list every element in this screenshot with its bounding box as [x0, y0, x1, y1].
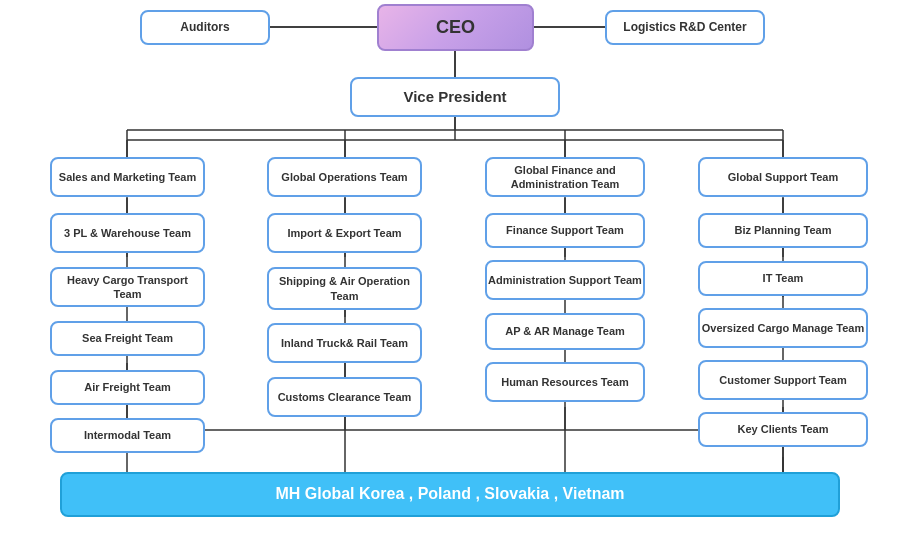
team4-5-node: Key Clients Team: [698, 412, 868, 447]
team2-3-node: Inland Truck& Rail Team: [267, 323, 422, 363]
team3-2-node: Administration Support Team: [485, 260, 645, 300]
team2-4-node: Customs Clearance Team: [267, 377, 422, 417]
ceo-node: CEO: [377, 4, 534, 51]
team3-3-node: AP & AR Manage Team: [485, 313, 645, 350]
dept3-node: Global Finance and Administration Team: [485, 157, 645, 197]
auditors-node: Auditors: [140, 10, 270, 45]
team4-2-node: IT Team: [698, 261, 868, 296]
team2-2-node: Shipping & Air Operation Team: [267, 267, 422, 310]
team2-1-node: Import & Export Team: [267, 213, 422, 253]
team3-4-node: Human Resources Team: [485, 362, 645, 402]
team3-1-node: Finance Support Team: [485, 213, 645, 248]
team4-3-node: Oversized Cargo Manage Team: [698, 308, 868, 348]
team1-2-node: Heavy Cargo Transport Team: [50, 267, 205, 307]
org-chart: CEO Auditors Logistics R&D Center Vice P…: [0, 0, 903, 25]
dept4-node: Global Support Team: [698, 157, 868, 197]
dept1-node: Sales and Marketing Team: [50, 157, 205, 197]
vp-node: Vice President: [350, 77, 560, 117]
team1-5-node: Intermodal Team: [50, 418, 205, 453]
bottom-node: MH Global Korea , Poland , Slovakia , Vi…: [60, 472, 840, 517]
rd-center-node: Logistics R&D Center: [605, 10, 765, 45]
dept2-node: Global Operations Team: [267, 157, 422, 197]
team4-1-node: Biz Planning Team: [698, 213, 868, 248]
team1-3-node: Sea Freight Team: [50, 321, 205, 356]
team4-4-node: Customer Support Team: [698, 360, 868, 400]
team1-4-node: Air Freight Team: [50, 370, 205, 405]
team1-1-node: 3 PL & Warehouse Team: [50, 213, 205, 253]
